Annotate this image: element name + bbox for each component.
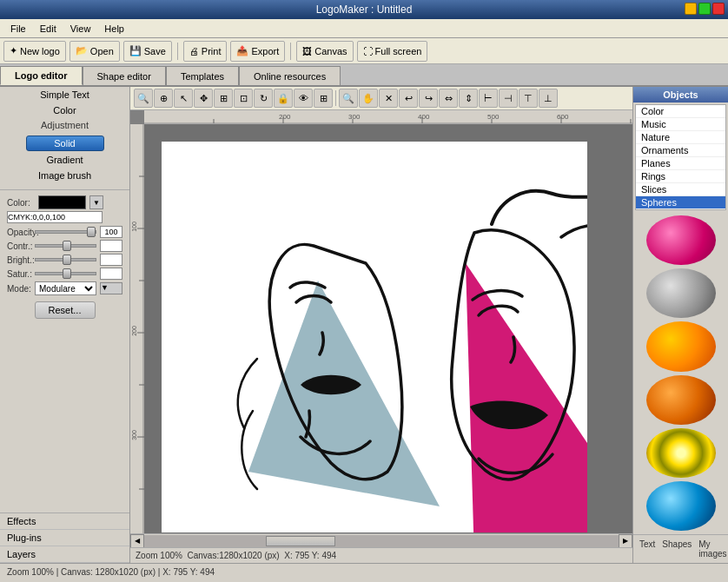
gradient-button[interactable]: Gradient — [26, 153, 104, 167]
scroll-right-arrow[interactable]: ▶ — [619, 534, 632, 548]
image-brush-button[interactable]: Image brush — [26, 169, 104, 182]
sphere-gray[interactable] — [646, 268, 716, 318]
export-button[interactable]: 📤 Export — [230, 41, 285, 62]
left-panel: Simple Text Color Adjustment Solid Gradi… — [0, 87, 130, 563]
simple-text-section[interactable]: Simple Text — [0, 87, 129, 103]
close-button[interactable] — [712, 3, 725, 15]
obj-spheres[interactable]: Spheres — [636, 196, 725, 209]
flip-v-tool[interactable]: ⇕ — [459, 89, 478, 108]
redo-tool[interactable]: ↪ — [419, 89, 438, 108]
tab-shape-editor[interactable]: Shape editor — [83, 66, 166, 85]
brightness-slider[interactable] — [35, 258, 96, 261]
obj-color[interactable]: Color — [636, 105, 725, 118]
print-button[interactable]: 🖨 Print — [183, 41, 228, 62]
object-list: Color Music Nature Ornaments Planes Ring… — [635, 104, 726, 210]
canvas-button[interactable]: 🖼 Canvas — [296, 41, 353, 62]
tab-templates[interactable]: Templates — [166, 66, 239, 85]
print-icon: 🖨 — [189, 46, 199, 56]
obj-rings[interactable]: Rings — [636, 170, 725, 183]
obj-slices[interactable]: Slices — [636, 183, 725, 196]
minimize-button[interactable] — [685, 3, 697, 15]
canvas-size-status: Canvas:1280x1020 (px) — [187, 551, 279, 560]
eye-tool[interactable]: 👁 — [294, 89, 313, 108]
menu-edit[interactable]: Edit — [33, 22, 63, 36]
brightness-input[interactable] — [100, 254, 122, 266]
mode-btn[interactable]: ▼ — [100, 282, 122, 294]
canvas-with-ruler: 100 200 300 — [130, 124, 632, 533]
window-controls[interactable] — [685, 3, 725, 15]
toolbar: ✦ New logo 📂 Open 💾 Save 🖨 Print 📤 Expor… — [0, 38, 728, 64]
zoom-out-tool[interactable]: 🔍 — [339, 89, 358, 108]
right-panel-footer: Text Shapes My images — [633, 534, 728, 563]
canvas-scroll-area[interactable]: Company slogantexthere — [144, 124, 632, 533]
menu-help[interactable]: Help — [97, 22, 131, 36]
rotate-tool[interactable]: ↻ — [254, 89, 273, 108]
horizontal-scrollbar[interactable]: ◀ ▶ — [130, 533, 632, 547]
sphere-dark-orange[interactable] — [646, 375, 716, 425]
shapes-tab-button[interactable]: Shapes — [659, 538, 695, 560]
group-tool[interactable]: ⊞ — [314, 89, 333, 108]
obj-music[interactable]: Music — [636, 118, 725, 131]
plugins-button[interactable]: Plug-ins — [0, 530, 129, 546]
text-tab-button[interactable]: Text — [636, 538, 659, 560]
obj-planes[interactable]: Planes — [636, 157, 725, 170]
zoom-fit-tool[interactable]: ⊕ — [154, 89, 173, 108]
lock-tool[interactable]: 🔒 — [274, 89, 293, 108]
flip-h-tool[interactable]: ⇔ — [439, 89, 458, 108]
scroll-thumb[interactable] — [266, 536, 335, 546]
color-value-input[interactable] — [7, 211, 103, 223]
open-icon: 📂 — [76, 45, 88, 56]
move-tool[interactable]: ✥ — [194, 89, 213, 108]
contrast-input[interactable] — [100, 240, 122, 252]
undo-tool[interactable]: ↩ — [399, 89, 418, 108]
sphere-pink[interactable] — [646, 215, 716, 265]
solid-button[interactable]: Solid — [26, 136, 104, 151]
select-tool[interactable]: ↖ — [174, 89, 193, 108]
zoom-in-tool[interactable]: 🔍 — [134, 89, 153, 108]
svg-text:400: 400 — [418, 113, 430, 121]
scroll-track[interactable] — [144, 535, 619, 547]
main-area: Simple Text Color Adjustment Solid Gradi… — [0, 87, 728, 563]
my-images-tab-button[interactable]: My images — [695, 538, 728, 560]
scroll-left-arrow[interactable]: ◀ — [130, 534, 144, 548]
reset-button[interactable]: Reset... — [35, 301, 96, 319]
opacity-slider[interactable] — [35, 230, 96, 234]
align-r-tool[interactable]: ⊣ — [499, 89, 518, 108]
sphere-blue[interactable] — [646, 481, 716, 531]
status-zoom: Zoom 100% | Canvas: 1280x1020 (px) | X: … — [7, 567, 215, 577]
saturation-input[interactable] — [100, 268, 122, 280]
new-logo-button[interactable]: ✦ New logo — [3, 41, 66, 62]
mode-select[interactable]: Modulare Normal Multiply — [35, 281, 96, 295]
saturation-slider[interactable] — [35, 272, 96, 275]
align-t-tool[interactable]: ⊤ — [519, 89, 538, 108]
tab-logo-editor[interactable]: Logo editor — [0, 66, 83, 85]
opacity-input[interactable] — [100, 226, 122, 238]
save-button[interactable]: 💾 Save — [123, 41, 172, 62]
color-swatch[interactable] — [38, 195, 86, 209]
saturation-row: Satur.: — [0, 267, 129, 281]
resize-tool[interactable]: ⊡ — [234, 89, 253, 108]
fullscreen-icon: ⛶ — [363, 46, 373, 56]
crop-tool[interactable]: ⊞ — [214, 89, 233, 108]
canvas-area: 🔍 ⊕ ↖ ✥ ⊞ ⊡ ↻ 🔒 👁 ⊞ 🔍 ✋ ✕ ↩ ↪ ⇔ ⇕ ⊢ ⊣ ⊤ … — [130, 87, 632, 563]
layers-button[interactable]: Layers — [0, 546, 129, 563]
obj-nature[interactable]: Nature — [636, 131, 725, 144]
contrast-slider[interactable] — [35, 244, 96, 248]
color-section[interactable]: Color — [0, 103, 129, 118]
maximize-button[interactable] — [698, 3, 711, 15]
align-b-tool[interactable]: ⊥ — [539, 89, 558, 108]
sphere-yellow-ring[interactable] — [646, 428, 716, 478]
menubar: File Edit View Help — [0, 19, 728, 38]
effects-button[interactable]: Effects — [0, 513, 129, 530]
tab-online-resources[interactable]: Online resources — [239, 66, 341, 85]
align-l-tool[interactable]: ⊢ — [479, 89, 498, 108]
hand-tool[interactable]: ✋ — [359, 89, 378, 108]
color-dropdown[interactable]: ▼ — [89, 195, 103, 209]
close-tool[interactable]: ✕ — [379, 89, 398, 108]
menu-file[interactable]: File — [3, 22, 33, 36]
obj-ornaments[interactable]: Ornaments — [636, 144, 725, 157]
fullscreen-button[interactable]: ⛶ Full screen — [357, 41, 428, 62]
open-button[interactable]: 📂 Open — [69, 41, 120, 62]
menu-view[interactable]: View — [63, 22, 98, 36]
sphere-orange[interactable] — [646, 321, 716, 371]
